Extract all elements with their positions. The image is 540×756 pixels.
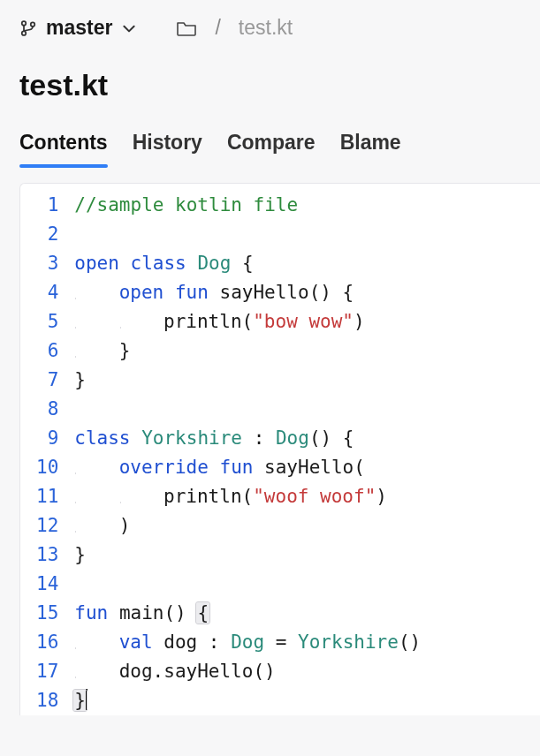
code-line[interactable]: 14	[20, 570, 540, 599]
line-number[interactable]: 5	[20, 307, 74, 336]
bracket-match: }	[73, 690, 87, 711]
code-cell[interactable]: dog.sayHello()	[74, 657, 540, 686]
tab-contents[interactable]: Contents	[19, 131, 108, 167]
code-line[interactable]: 10override fun sayHello(	[20, 453, 540, 482]
tab-history[interactable]: History	[133, 131, 202, 167]
code-line[interactable]: 7}	[20, 366, 540, 395]
svg-point-0	[22, 21, 27, 26]
line-number[interactable]: 17	[20, 657, 74, 686]
line-number[interactable]: 12	[20, 511, 74, 541]
code-cell[interactable]: println("bow wow")	[74, 307, 540, 336]
code-cell[interactable]: class Yorkshire : Dog() {	[74, 424, 540, 453]
code-cell[interactable]: }	[74, 686, 540, 715]
line-number[interactable]: 4	[20, 278, 74, 307]
line-number[interactable]: 15	[20, 599, 74, 628]
line-number[interactable]: 9	[20, 424, 74, 453]
line-number[interactable]: 8	[20, 395, 74, 424]
tab-blame[interactable]: Blame	[340, 131, 401, 167]
code-line[interactable]: 16val dog : Dog = Yorkshire()	[20, 628, 540, 657]
line-number[interactable]: 3	[20, 249, 74, 278]
code-cell[interactable]: }	[74, 366, 540, 395]
line-number[interactable]: 18	[20, 686, 74, 715]
code-line[interactable]: 1//sample kotlin file	[20, 184, 540, 220]
line-number[interactable]: 14	[20, 570, 74, 599]
code-panel: 1//sample kotlin file23open class Dog {4…	[19, 183, 540, 715]
code-cell[interactable]: override fun sayHello(	[74, 453, 540, 482]
code-line[interactable]: 17dog.sayHello()	[20, 657, 540, 686]
code-cell[interactable]: //sample kotlin file	[74, 184, 540, 220]
code-cell[interactable]: }	[74, 541, 540, 570]
code-cell[interactable]: open class Dog {	[74, 249, 540, 278]
page-title: test.kt	[0, 49, 540, 111]
branch-selector[interactable]: master	[19, 16, 137, 40]
line-number[interactable]: 7	[20, 366, 74, 395]
code-table[interactable]: 1//sample kotlin file23open class Dog {4…	[20, 184, 540, 715]
code-cell[interactable]	[74, 570, 540, 599]
line-number[interactable]: 13	[20, 541, 74, 570]
bracket-match: {	[196, 602, 209, 624]
line-number[interactable]: 11	[20, 482, 74, 511]
code-line[interactable]: 9class Yorkshire : Dog() {	[20, 424, 540, 453]
code-line[interactable]: 6}	[20, 336, 540, 366]
line-number[interactable]: 1	[20, 184, 74, 220]
line-number[interactable]: 16	[20, 628, 74, 657]
tab-compare[interactable]: Compare	[227, 131, 316, 167]
svg-point-1	[22, 31, 27, 35]
code-line[interactable]: 12)	[20, 511, 540, 541]
svg-point-2	[31, 22, 35, 26]
git-branch-icon	[19, 18, 37, 39]
code-line[interactable]: 11println("woof woof")	[20, 482, 540, 511]
breadcrumb: / test.kt	[176, 16, 293, 40]
tabs: ContentsHistoryCompareBlame	[0, 111, 540, 167]
code-line[interactable]: 2	[20, 220, 540, 249]
folder-icon[interactable]	[176, 19, 197, 38]
breadcrumb-separator: /	[215, 16, 220, 40]
text-caret	[86, 689, 87, 710]
line-number[interactable]: 10	[20, 453, 74, 482]
code-line[interactable]: 5println("bow wow")	[20, 307, 540, 336]
code-line[interactable]: 18}	[20, 686, 540, 715]
code-line[interactable]: 15fun main() {	[20, 599, 540, 628]
chevron-down-icon	[121, 20, 137, 36]
code-cell[interactable]: )	[74, 511, 540, 541]
code-cell[interactable]	[74, 395, 540, 424]
code-cell[interactable]: val dog : Dog = Yorkshire()	[74, 628, 540, 657]
breadcrumb-file[interactable]: test.kt	[239, 16, 293, 40]
code-cell[interactable]	[74, 220, 540, 249]
code-line[interactable]: 13}	[20, 541, 540, 570]
code-cell[interactable]: fun main() {	[74, 599, 540, 628]
code-line[interactable]: 4open fun sayHello() {	[20, 278, 540, 307]
branch-name: master	[46, 16, 112, 40]
code-cell[interactable]: println("woof woof")	[74, 482, 540, 511]
line-number[interactable]: 6	[20, 336, 74, 366]
code-line[interactable]: 8	[20, 395, 540, 424]
code-cell[interactable]: }	[74, 336, 540, 366]
line-number[interactable]: 2	[20, 220, 74, 249]
code-line[interactable]: 3open class Dog {	[20, 249, 540, 278]
code-cell[interactable]: open fun sayHello() {	[74, 278, 540, 307]
topbar: master / test.kt	[0, 0, 540, 49]
